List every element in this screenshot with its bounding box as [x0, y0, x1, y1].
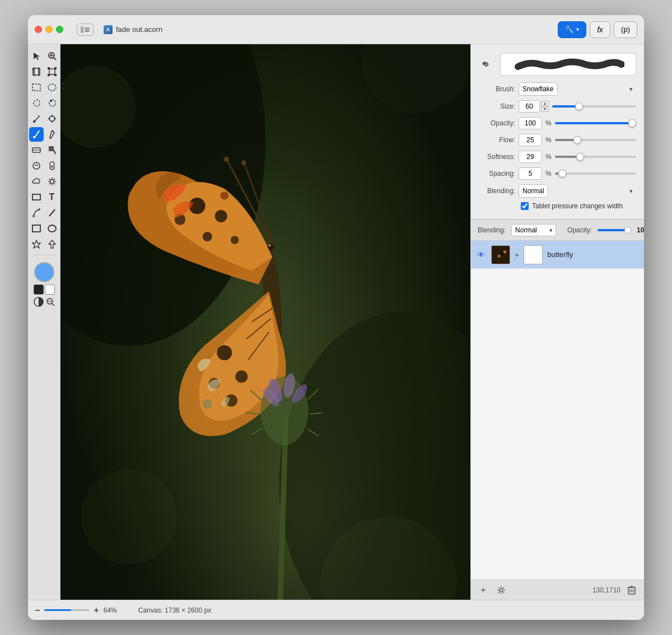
size-slider[interactable] — [552, 105, 636, 108]
blending-select-wrapper: Normal — [519, 184, 636, 198]
arrow-tool[interactable] — [29, 49, 44, 63]
crop-tool[interactable] — [29, 64, 44, 79]
color-circle[interactable] — [34, 262, 54, 282]
app-icon: A — [104, 25, 113, 34]
flow-input[interactable] — [519, 134, 542, 146]
main-window: A fade out.acorn 🔧 ▾ fx (p) — [28, 15, 644, 620]
svg-point-27 — [33, 136, 35, 138]
svg-point-73 — [224, 157, 230, 162]
spacing-percent: % — [545, 170, 552, 178]
opacity-input[interactable] — [519, 117, 542, 129]
pen-tool[interactable] — [45, 127, 59, 142]
svg-point-63 — [203, 232, 212, 241]
softness-input[interactable] — [519, 151, 542, 163]
maximize-button[interactable] — [56, 26, 63, 33]
eyedropper-tool[interactable] — [29, 111, 44, 126]
svg-point-96 — [486, 63, 488, 66]
size-down-button[interactable]: ▾ — [541, 106, 549, 112]
crosshair-tool[interactable] — [45, 111, 59, 126]
svg-rect-2 — [85, 29, 90, 30]
svg-line-46 — [49, 209, 55, 216]
spacing-row: Spacing: % — [479, 167, 636, 180]
stamp-tool[interactable] — [45, 158, 59, 173]
rect-outline-tool[interactable] — [29, 221, 44, 236]
lasso-tool[interactable] — [29, 96, 44, 110]
flow-slider[interactable] — [555, 139, 636, 141]
zoom-slider[interactable] — [44, 609, 89, 611]
size-input[interactable]: 60 — [519, 100, 540, 113]
line-tool[interactable] — [45, 206, 59, 220]
delete-layer-button[interactable] — [625, 583, 638, 597]
svg-point-34 — [50, 180, 54, 184]
size-label: Size: — [479, 102, 515, 110]
paint-brush-tool[interactable] — [29, 127, 44, 142]
magic-lasso-tool[interactable] — [45, 96, 59, 110]
minimize-button[interactable] — [45, 26, 53, 33]
close-button[interactable] — [35, 26, 42, 33]
size-up-button[interactable]: ▴ — [541, 101, 549, 106]
star-tool[interactable] — [29, 237, 44, 251]
svg-point-21 — [33, 120, 35, 123]
spacing-slider[interactable] — [555, 172, 636, 175]
titlebar: A fade out.acorn 🔧 ▾ fx (p) — [28, 15, 644, 44]
transform-tool[interactable] — [45, 64, 59, 79]
softness-slider[interactable] — [555, 156, 636, 158]
brush-label: Brush: — [479, 85, 515, 93]
spacing-input[interactable] — [519, 167, 542, 180]
layers-blending-label: Blending: — [478, 226, 506, 234]
color-mode-icon[interactable] — [34, 297, 44, 307]
flow-percent: % — [545, 136, 552, 144]
sun-tool[interactable] — [45, 174, 59, 189]
layers-blending-select[interactable]: Normal — [511, 224, 556, 236]
foreground-swatch[interactable] — [34, 284, 44, 295]
layer-visibility-toggle[interactable]: 👁 — [475, 249, 487, 260]
background-swatch[interactable] — [45, 284, 55, 295]
zoom-out-button[interactable]: − — [35, 605, 40, 615]
eraser-tool[interactable] — [29, 143, 44, 157]
layer-item[interactable]: 👁 + butterfly — [471, 241, 644, 269]
blending-row: Blending: Normal — [479, 184, 636, 198]
rect-select-tool[interactable] — [29, 80, 44, 95]
cloud-tool[interactable] — [29, 174, 44, 189]
ellipse-outline-tool[interactable] — [45, 221, 59, 236]
layer-settings-button[interactable] — [494, 583, 508, 597]
svg-rect-30 — [49, 146, 54, 151]
p-toolbar-btn[interactable]: (p) — [614, 21, 637, 38]
opacity-slider[interactable] — [555, 122, 636, 124]
canvas-area[interactable] — [60, 44, 470, 600]
tools-toolbar-btn[interactable]: 🔧 ▾ — [558, 21, 586, 38]
bezier-tool[interactable] — [29, 206, 44, 220]
text-tool[interactable]: T — [45, 190, 59, 204]
fx-toolbar-btn[interactable]: fx — [590, 21, 610, 38]
zoom-value: 64% — [104, 606, 117, 614]
rect-shape-tool[interactable] — [29, 190, 44, 204]
add-layer-button[interactable]: + — [477, 583, 490, 597]
fx-label: fx — [597, 25, 603, 34]
traffic-lights — [35, 26, 63, 33]
brush-select[interactable]: Snowflake — [519, 82, 558, 96]
sidebar-toggle-button[interactable] — [77, 24, 94, 36]
zoom-tool[interactable] — [45, 49, 59, 63]
svg-point-61 — [215, 210, 227, 222]
opacity-row: Opacity: % — [479, 117, 636, 129]
svg-point-44 — [32, 215, 35, 217]
brush-gear-button[interactable] — [479, 57, 494, 72]
svg-rect-14 — [48, 67, 50, 69]
rect-fill-tool[interactable] — [45, 143, 59, 157]
arrow-shape-tool[interactable] — [45, 237, 59, 251]
tool-row-7 — [29, 143, 59, 157]
zoom-in-button[interactable]: + — [94, 605, 99, 615]
ellipse-select-tool[interactable] — [45, 80, 59, 95]
tools-icon: 🔧 — [565, 25, 574, 34]
tablet-pressure-checkbox[interactable] — [521, 202, 529, 210]
size-stepper: 60 ▴ ▾ — [519, 100, 549, 113]
search-zoom-icon[interactable] — [46, 297, 55, 306]
layers-opacity-slider[interactable] — [598, 229, 631, 231]
layers-blending-select-wrap: Normal — [511, 224, 556, 236]
svg-point-95 — [81, 469, 177, 564]
canvas-image — [60, 44, 470, 600]
blending-select[interactable]: Normal — [519, 184, 548, 198]
layers-section: Blending: Normal Opacity: 100% 👁 — [471, 220, 644, 600]
blur-tool[interactable] — [29, 158, 44, 173]
svg-point-66 — [217, 345, 232, 360]
